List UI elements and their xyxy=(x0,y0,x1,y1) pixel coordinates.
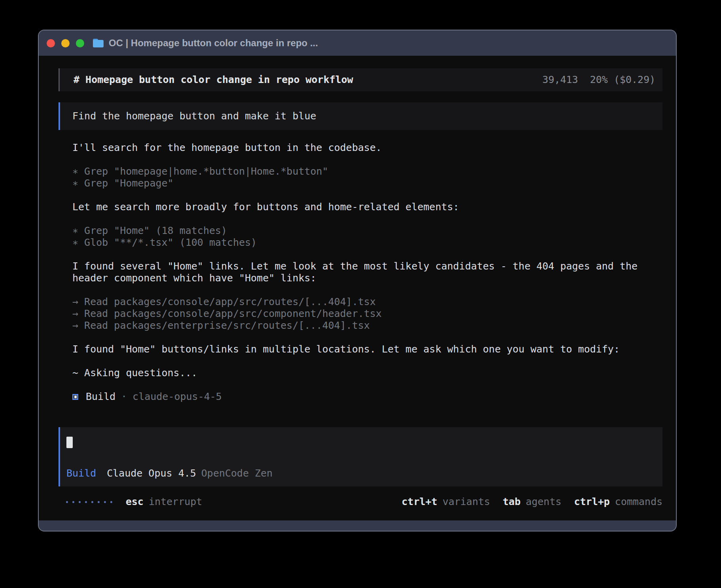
window-bottom-bar xyxy=(39,520,676,531)
label-commands: commands xyxy=(615,496,662,508)
prompt-input[interactable]: Build Claude Opus 4.5 OpenCode Zen xyxy=(59,427,662,486)
tool-call-line[interactable]: → Read packages/console/app/src/componen… xyxy=(72,308,662,320)
input-meta: Build Claude Opus 4.5 OpenCode Zen xyxy=(66,467,655,479)
tool-call-block: ∗ Grep "Home" (18 matches) ∗ Glob "**/*.… xyxy=(72,225,662,249)
provider-label: OpenCode Zen xyxy=(201,467,273,479)
minimize-button[interactable] xyxy=(61,39,70,47)
close-button[interactable] xyxy=(47,39,55,47)
token-count: 39,413 xyxy=(542,74,578,86)
folder-icon xyxy=(93,39,104,47)
mode-label[interactable]: Build xyxy=(66,467,96,479)
key-ctrl-p: ctrl+p xyxy=(574,496,610,508)
key-esc: esc xyxy=(126,496,143,508)
session-usage: 39,413 20% ($0.29) xyxy=(542,74,655,86)
user-message: Find the homepage button and make it blu… xyxy=(59,102,662,130)
assistant-text-block: Let me search more broadly for buttons a… xyxy=(72,201,662,213)
model-label[interactable]: Claude Opus 4.5 xyxy=(107,467,196,479)
assistant-line: Let me search more broadly for buttons a… xyxy=(72,201,662,213)
assistant-line: header component which have "Home" links… xyxy=(72,272,662,284)
hint-interrupt[interactable]: esc interrupt xyxy=(126,496,202,508)
assistant-line: I'll search for the homepage button in t… xyxy=(72,142,662,154)
context-cost: 20% ($0.29) xyxy=(590,74,655,86)
assistant-text-block: I'll search for the homepage button in t… xyxy=(72,142,662,154)
user-message-text: Find the homepage button and make it blu… xyxy=(72,110,316,122)
agent-build-icon xyxy=(72,394,78,400)
tool-call-block: → Read packages/console/app/src/routes/[… xyxy=(72,296,662,332)
agent-badge-row: Build · claude-opus-4-5 xyxy=(72,391,662,403)
tool-call-line[interactable]: ∗ Grep "Homepage" xyxy=(72,177,662,189)
status-bar: esc interrupt ctrl+t variants tab agents… xyxy=(59,496,662,508)
hint-agents[interactable]: tab agents xyxy=(503,496,561,508)
tool-call-line[interactable]: → Read packages/console/app/src/routes/[… xyxy=(72,296,662,308)
zoom-button[interactable] xyxy=(76,39,84,47)
window-title: OC | Homepage button color change in rep… xyxy=(109,38,318,49)
hint-variants[interactable]: ctrl+t variants xyxy=(402,496,490,508)
key-tab: tab xyxy=(503,496,521,508)
tool-call-line[interactable]: → Read packages/enterprise/src/routes/[.… xyxy=(72,320,662,332)
tool-call-line[interactable]: ∗ Grep "Home" (18 matches) xyxy=(72,225,662,237)
session-title: # Homepage button color change in repo w… xyxy=(74,74,353,86)
session-header: # Homepage button color change in repo w… xyxy=(59,68,662,91)
label-variants: variants xyxy=(442,496,490,508)
tool-call-line[interactable]: ∗ Glob "**/*.tsx" (100 matches) xyxy=(72,237,662,249)
terminal-content: # Homepage button color change in repo w… xyxy=(39,56,676,520)
tool-call-line[interactable]: ∗ Grep "homepage|home.*button|Home.*butt… xyxy=(72,166,662,177)
label-agents: agents xyxy=(526,496,561,508)
chat-transcript: I'll search for the homepage button in t… xyxy=(59,142,662,403)
agent-model: claude-opus-4-5 xyxy=(132,391,222,403)
assistant-line: I found "Home" buttons/links in multiple… xyxy=(72,343,662,355)
status-line: ~ Asking questions... xyxy=(72,367,662,379)
terminal-window: OC | Homepage button color change in rep… xyxy=(38,30,677,531)
assistant-text-block: I found several "Home" links. Let me loo… xyxy=(72,260,662,284)
agent-separator: · xyxy=(121,391,127,403)
text-cursor xyxy=(66,437,73,448)
tool-call-block: ∗ Grep "homepage|home.*button|Home.*butt… xyxy=(72,166,662,189)
assistant-status-block: ~ Asking questions... xyxy=(72,367,662,379)
label-interrupt: interrupt xyxy=(149,496,202,508)
assistant-line: I found several "Home" links. Let me loo… xyxy=(72,260,662,272)
spinner-dots xyxy=(66,501,112,503)
window-controls xyxy=(47,39,84,47)
agent-name: Build xyxy=(86,391,115,403)
title-bar[interactable]: OC | Homepage button color change in rep… xyxy=(39,30,676,56)
assistant-text-block: I found "Home" buttons/links in multiple… xyxy=(72,343,662,355)
hint-commands[interactable]: ctrl+p commands xyxy=(574,496,662,508)
key-ctrl-t: ctrl+t xyxy=(402,496,437,508)
